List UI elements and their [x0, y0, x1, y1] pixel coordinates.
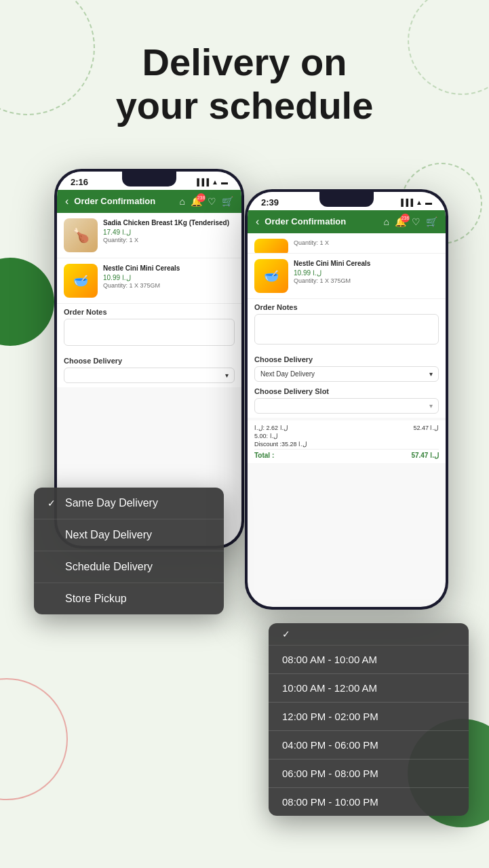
battery-icon-right: ▬	[425, 199, 432, 206]
qty-partial: Quantity: 1 X	[294, 239, 439, 246]
nav-title-right: Order Confirmation	[265, 216, 378, 226]
delivery-label-left: Choose Delivery	[64, 357, 235, 365]
check-icon-same-day: ✓	[47, 498, 58, 509]
total-value: 57.47 ل.ا	[411, 452, 439, 459]
home-icon-right[interactable]: ⌂	[384, 216, 389, 227]
delivery-type-dropdown: ✓ Same Day Delivery ✓ Next Day Delivery …	[34, 488, 224, 614]
delivery-select-left[interactable]: ▾	[64, 368, 235, 383]
slot-item-2[interactable]: 10:00 AM - 12:00 AM	[269, 674, 469, 703]
status-icons-right: ▐▐▐ ▲ ▬	[399, 199, 432, 206]
summary-subtotal: ل.ا 2.62 :ل.ا 52.47 ل.ا	[254, 425, 439, 431]
nav-title-left: Order Confirmation	[74, 196, 174, 206]
summary-area-right: ل.ا 2.62 :ل.ا 52.47 ل.ا ل.ا :5.00 Discou…	[248, 420, 446, 463]
cart-icon-right[interactable]: 🛒	[426, 216, 437, 227]
discount-label: Discount :35.28 ل.ا	[254, 441, 307, 448]
order-notes-label-left: Order Notes	[57, 304, 241, 319]
product-img-partial	[254, 239, 288, 254]
product-item-1-left: 🍗 Sadia Chicken Breast 1Kg (Tenderised) …	[57, 213, 241, 258]
dropdown-item-schedule[interactable]: ✓ Schedule Delivery	[34, 551, 224, 583]
bell-icon-right[interactable]: 🔔 236	[395, 216, 406, 227]
slot-check-row: ✓	[269, 623, 469, 646]
phone-right-screen: 2:39 ▐▐▐ ▲ ▬ ‹ Order Confirmation ⌂ 🔔 23…	[248, 192, 446, 607]
next-day-label: Next Day Delivery	[65, 529, 152, 541]
delivery-fee-label: ل.ا :5.00	[254, 433, 278, 439]
schedule-label: Schedule Delivery	[65, 561, 153, 573]
phones-container: 2:16 ▐▐▐ ▲ ▬ ‹ Order Confirmation ⌂ 🔔 23…	[0, 149, 489, 677]
cereal-emoji: 🥣	[73, 273, 88, 288]
dropdown-item-next-day[interactable]: ✓ Next Day Delivery	[34, 519, 224, 551]
delivery-label-right: Choose Delivery	[254, 355, 439, 363]
slot-item-4[interactable]: 04:00 PM - 06:00 PM	[269, 731, 469, 760]
home-icon-left[interactable]: ⌂	[180, 196, 185, 207]
check-icon-slot: ✓	[282, 629, 293, 639]
selected-delivery-text: Next Day Delivery	[260, 370, 315, 378]
product-item-2-right: 🥣 Nestle Cini Mini Cereals 10.99 ل.ا Qua…	[248, 254, 446, 299]
choose-delivery-left: Choose Delivery ▾	[57, 353, 241, 387]
phone-right: 2:39 ▐▐▐ ▲ ▬ ‹ Order Confirmation ⌂ 🔔 23…	[245, 189, 448, 610]
cart-icon-left[interactable]: 🛒	[222, 196, 233, 207]
chicken-emoji: 🍗	[73, 227, 90, 243]
bell-icon-left[interactable]: 🔔 238	[191, 196, 202, 207]
order-notes-input-right[interactable]	[254, 314, 439, 344]
dropdown-item-store-pickup[interactable]: ✓ Store Pickup	[34, 583, 224, 614]
slot-item-5[interactable]: 06:00 PM - 08:00 PM	[269, 760, 469, 788]
chevron-down-slot: ▾	[429, 402, 433, 410]
total-label: Total :	[254, 452, 274, 459]
notch-right	[319, 192, 374, 207]
delivery-select-right[interactable]: Next Day Delivery ▾	[254, 366, 439, 382]
product-name-1-left: Sadia Chicken Breast 1Kg (Tenderised)	[103, 218, 235, 227]
same-day-label: Same Day Delivery	[65, 497, 158, 509]
product-item-2-left: 🥣 Nestle Cini Mini Cereals 10.99 ل.ا Qua…	[57, 258, 241, 304]
choose-delivery-right: Choose Delivery Next Day Delivery ▾	[248, 351, 446, 386]
product-qty-2-right: Quantity: 1 X 375GM	[294, 277, 439, 284]
choose-slot-right: Choose Delivery Slot ▾	[248, 386, 446, 418]
deco-arc-bottom-left	[0, 678, 68, 800]
product-info-partial: Quantity: 1 X	[294, 239, 439, 248]
heart-icon-left[interactable]: ♡	[208, 196, 216, 207]
summary-total-row: Total : 57.47 ل.ا	[254, 449, 439, 459]
nav-icons-right: ⌂ 🔔 236 ♡ 🛒	[384, 216, 437, 227]
product-img-2-right: 🥣	[254, 259, 288, 293]
product-name-2-left: Nestle Cini Mini Cereals	[103, 264, 235, 273]
product-img-2-left: 🥣	[64, 264, 98, 298]
product-name-2-right: Nestle Cini Mini Cereals	[294, 259, 439, 268]
product-price-1-left: 17.49 ل.ا	[103, 229, 235, 236]
slot-selector-right[interactable]: ▾	[254, 398, 439, 414]
slot-item-6[interactable]: 08:00 PM - 10:00 PM	[269, 788, 469, 816]
battery-icon: ▬	[221, 178, 228, 186]
wifi-icon: ▲	[212, 178, 218, 186]
nav-bar-right: ‹ Order Confirmation ⌂ 🔔 236 ♡ 🛒	[248, 210, 446, 233]
product-qty-2-left: Quantity: 1 X 375GM	[103, 282, 235, 289]
time-slot-dropdown: ✓ 08:00 AM - 10:00 AM 10:00 AM - 12:00 A…	[269, 623, 469, 816]
slot-item-3[interactable]: 12:00 PM - 02:00 PM	[269, 703, 469, 731]
order-notes-input-left[interactable]	[64, 319, 235, 346]
notif-badge-left: 238	[197, 193, 206, 202]
summary-discount: Discount :35.28 ل.ا	[254, 441, 439, 448]
status-time-right: 2:39	[261, 197, 279, 208]
dropdown-item-same-day[interactable]: ✓ Same Day Delivery	[34, 488, 224, 519]
order-notes-area-left	[57, 319, 241, 353]
product-info-2-right: Nestle Cini Mini Cereals 10.99 ل.ا Quant…	[294, 259, 439, 293]
order-notes-area-right	[248, 314, 446, 351]
notch-left	[122, 172, 176, 186]
signal-icon: ▐▐▐	[195, 178, 209, 186]
slot-item-1[interactable]: 08:00 AM - 10:00 AM	[269, 646, 469, 674]
product-info-2-left: Nestle Cini Mini Cereals 10.99 ل.ا Quant…	[103, 264, 235, 298]
heart-icon-right[interactable]: ♡	[412, 216, 420, 227]
nav-bar-left: ‹ Order Confirmation ⌂ 🔔 238 ♡ 🛒	[57, 190, 241, 213]
product-info-1-left: Sadia Chicken Breast 1Kg (Tenderised) 17…	[103, 218, 235, 252]
store-pickup-label: Store Pickup	[65, 593, 127, 605]
back-button-left[interactable]: ‹	[65, 195, 69, 208]
notif-badge-right: 236	[401, 214, 410, 222]
back-button-right[interactable]: ‹	[256, 216, 259, 228]
product-price-2-right: 10.99 ل.ا	[294, 269, 439, 277]
status-icons-left: ▐▐▐ ▲ ▬	[195, 178, 228, 186]
nav-icons-left: ⌂ 🔔 238 ♡ 🛒	[180, 196, 233, 207]
status-time-left: 2:16	[71, 177, 88, 187]
product-partial-right: Quantity: 1 X	[248, 233, 446, 254]
subtotal-label: ل.ا 2.62 :ل.ا	[254, 425, 288, 431]
cereal-emoji-right: 🥣	[264, 269, 279, 283]
order-notes-label-right: Order Notes	[248, 299, 446, 314]
product-img-1-left: 🍗	[64, 218, 98, 252]
product-qty-1-left: Quantity: 1 X	[103, 237, 235, 243]
